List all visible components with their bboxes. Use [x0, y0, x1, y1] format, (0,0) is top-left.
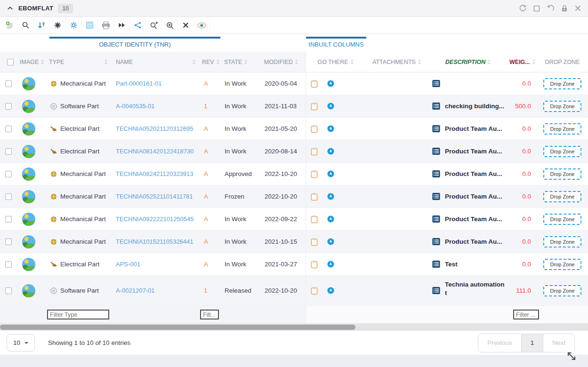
sort-arrows-icon[interactable]	[418, 60, 421, 64]
scrollbar-thumb[interactable]	[0, 325, 355, 330]
properties-icon[interactable]	[432, 80, 440, 88]
clipboard-icon[interactable]	[311, 102, 318, 111]
row-name-link[interactable]: TECHNIA082421120323913	[112, 170, 193, 177]
fast-forward-icon[interactable]	[114, 17, 130, 33]
row-name-link[interactable]: Part-0000161-01	[112, 80, 162, 87]
clipboard-icon[interactable]	[311, 260, 318, 269]
filter-rev-input[interactable]	[200, 310, 219, 319]
part-thumbnail-image[interactable]	[22, 77, 36, 91]
properties-icon[interactable]	[432, 215, 440, 223]
resize-handle-icon[interactable]	[565, 350, 578, 364]
sort-arrows-icon[interactable]	[217, 60, 219, 64]
header-state[interactable]: STATE	[222, 52, 262, 72]
navigate-icon[interactable]	[327, 125, 334, 132]
header-type[interactable]: TYPE	[47, 52, 112, 72]
compare-asterisk-icon[interactable]	[50, 17, 66, 33]
row-name-link[interactable]: TECHNIA081420122418730	[112, 148, 194, 155]
drop-zone-button[interactable]: Drop Zone	[543, 236, 582, 247]
row-checkbox[interactable]	[5, 216, 12, 223]
zoom-in-icon[interactable]	[162, 17, 178, 33]
row-checkbox[interactable]	[5, 239, 12, 245]
header-description[interactable]: DESCRIPTION	[428, 52, 507, 72]
clipboard-icon[interactable]	[311, 238, 318, 246]
header-rev[interactable]: REV	[200, 52, 222, 72]
drop-zone-button[interactable]: Drop Zone	[543, 214, 582, 225]
properties-icon[interactable]	[432, 192, 440, 200]
row-checkbox[interactable]	[5, 103, 12, 110]
row-name-link[interactable]: TECHNIA052521101411781	[112, 193, 193, 200]
next-page-button[interactable]: Next	[543, 334, 574, 352]
sort-arrows-icon[interactable]	[532, 60, 535, 64]
settings-gear-icon[interactable]	[66, 17, 82, 33]
drop-zone-button[interactable]: Drop Zone	[543, 285, 582, 296]
horizontal-scrollbar[interactable]	[0, 324, 588, 330]
properties-icon[interactable]	[432, 238, 440, 246]
share-icon[interactable]	[130, 17, 146, 33]
header-image[interactable]: IMAGE	[18, 52, 47, 72]
header-name[interactable]: NAME	[112, 52, 200, 72]
maximize-icon[interactable]	[533, 5, 540, 12]
properties-icon[interactable]	[432, 125, 440, 133]
select-all-checkbox[interactable]	[7, 59, 14, 65]
clipboard-icon[interactable]	[311, 80, 318, 88]
clipboard-icon[interactable]	[311, 125, 318, 133]
row-checkbox[interactable]	[5, 80, 12, 87]
header-weight[interactable]: WEIG...	[507, 52, 537, 72]
navigate-icon[interactable]	[327, 193, 334, 200]
undo-icon[interactable]	[547, 4, 555, 12]
navigate-icon[interactable]	[327, 215, 334, 223]
sort-icon[interactable]	[34, 17, 50, 33]
lock-icon[interactable]	[561, 5, 568, 12]
current-page-button[interactable]: 1	[521, 334, 544, 352]
sort-arrows-icon[interactable]	[105, 60, 107, 64]
filter-type-input[interactable]	[47, 310, 109, 319]
search-icon[interactable]	[18, 17, 34, 33]
row-checkbox[interactable]	[5, 193, 12, 200]
sort-arrows-icon[interactable]	[41, 60, 44, 64]
grid-view-icon[interactable]	[82, 17, 98, 33]
row-name-link[interactable]: A-0021207-01	[112, 287, 154, 294]
zoom-to-fit-icon[interactable]	[146, 17, 162, 33]
properties-icon[interactable]	[432, 170, 440, 178]
row-name-link[interactable]: TECHNIA092222101250545	[112, 215, 194, 223]
clipboard-icon[interactable]	[311, 215, 318, 223]
row-name-link[interactable]: APS-001	[112, 261, 140, 268]
row-checkbox[interactable]	[5, 287, 12, 294]
clipboard-icon[interactable]	[311, 147, 318, 156]
navigate-icon[interactable]	[327, 261, 334, 268]
row-checkbox[interactable]	[5, 148, 12, 155]
refresh-icon[interactable]	[519, 4, 527, 12]
part-thumbnail-image[interactable]	[22, 99, 36, 113]
row-name-link[interactable]: TECHNIA052021120312695	[112, 125, 193, 132]
part-thumbnail-image[interactable]	[22, 167, 36, 181]
properties-icon[interactable]	[432, 102, 440, 110]
drop-zone-button[interactable]: Drop Zone	[543, 259, 582, 270]
header-modified[interactable]: MODIFIED	[262, 52, 306, 72]
part-thumbnail-image[interactable]	[22, 122, 36, 136]
clipboard-icon[interactable]	[311, 192, 318, 201]
page-size-select[interactable]: 10	[7, 334, 35, 351]
drop-zone-button[interactable]: Drop Zone	[543, 191, 582, 202]
row-name-link[interactable]: A-0040535-01	[112, 103, 154, 110]
part-thumbnail-image[interactable]	[22, 235, 36, 249]
part-thumbnail-image[interactable]	[22, 257, 36, 271]
navigate-icon[interactable]	[327, 148, 334, 155]
sort-arrows-icon[interactable]	[193, 60, 195, 64]
drop-zone-button[interactable]: Drop Zone	[543, 168, 582, 180]
drop-zone-button[interactable]: Drop Zone	[543, 101, 582, 112]
sort-arrows-icon[interactable]	[351, 60, 354, 64]
filter-weight-input[interactable]	[513, 310, 539, 319]
drop-zone-button[interactable]: Drop Zone	[543, 78, 582, 89]
row-checkbox[interactable]	[5, 261, 12, 268]
drop-zone-button[interactable]: Drop Zone	[543, 146, 582, 157]
header-go-there[interactable]: GO THERE	[306, 52, 365, 72]
sort-arrows-icon[interactable]	[295, 60, 298, 64]
properties-icon[interactable]	[432, 147, 440, 155]
part-thumbnail-image[interactable]	[22, 190, 36, 204]
navigate-icon[interactable]	[327, 80, 334, 87]
navigate-icon[interactable]	[327, 103, 334, 110]
properties-icon[interactable]	[432, 287, 440, 295]
clipboard-icon[interactable]	[311, 170, 318, 178]
part-thumbnail-image[interactable]	[22, 284, 36, 298]
row-name-link[interactable]: TECHNIA101521105326441	[112, 238, 193, 245]
